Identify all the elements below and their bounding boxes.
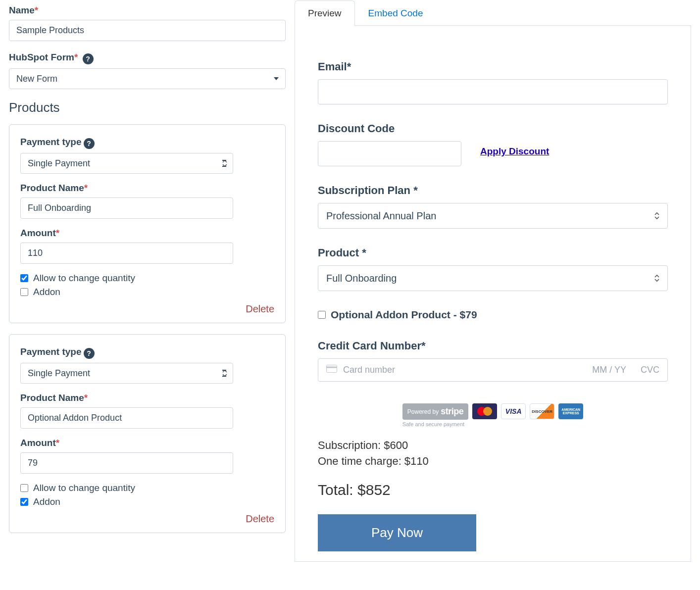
card-placeholder: Card number bbox=[343, 365, 395, 375]
product-name-input[interactable] bbox=[20, 407, 233, 429]
mastercard-icon bbox=[472, 403, 497, 419]
credit-card-label: Credit Card Number* bbox=[318, 340, 668, 352]
subscription-summary: Subscription: $600 bbox=[318, 439, 668, 452]
stripe-badge: Powered by stripe bbox=[402, 403, 468, 420]
tabs: Preview Embed Code bbox=[295, 0, 691, 26]
email-label: Email* bbox=[318, 60, 668, 73]
discount-label: Discount Code bbox=[318, 122, 668, 135]
delete-button[interactable]: Delete bbox=[20, 513, 274, 525]
visa-icon: VISA bbox=[501, 403, 526, 419]
amount-input[interactable] bbox=[20, 452, 233, 474]
delete-button[interactable]: Delete bbox=[20, 303, 274, 315]
product-card: Payment type? Single Payment Product Nam… bbox=[9, 124, 286, 323]
stripe-safe-text: Safe and secure payment bbox=[402, 421, 464, 427]
card-icon bbox=[326, 365, 337, 375]
preview-pane: Email* Discount Code Apply Discount Subs… bbox=[295, 26, 691, 562]
card-expiry-placeholder: MM / YY bbox=[592, 365, 626, 375]
product-select[interactable]: Full Onboarding bbox=[318, 265, 668, 291]
tab-preview[interactable]: Preview bbox=[295, 0, 355, 26]
card-input[interactable]: Card number MM / YY CVC bbox=[318, 358, 668, 382]
svg-rect-1 bbox=[327, 367, 337, 368]
amount-label: Amount* bbox=[20, 228, 274, 239]
payment-type-select[interactable]: Single Payment bbox=[20, 363, 233, 384]
product-card: Payment type? Single Payment Product Nam… bbox=[9, 334, 286, 533]
help-icon[interactable]: ? bbox=[84, 138, 95, 149]
card-cvc-placeholder: CVC bbox=[641, 365, 659, 375]
svg-rect-0 bbox=[327, 365, 337, 373]
payment-type-select[interactable]: Single Payment bbox=[20, 153, 233, 174]
addon-checkbox-row[interactable]: Addon bbox=[20, 496, 274, 507]
product-name-label: Product Name* bbox=[20, 393, 274, 403]
allow-quantity-checkbox-row[interactable]: Allow to change quantity bbox=[20, 483, 274, 493]
name-label: Name* bbox=[9, 5, 286, 16]
total-summary: Total: $852 bbox=[318, 482, 668, 498]
tab-embed-code[interactable]: Embed Code bbox=[355, 0, 437, 26]
allow-quantity-checkbox-row[interactable]: Allow to change quantity bbox=[20, 273, 274, 284]
email-input[interactable] bbox=[318, 79, 668, 104]
discover-icon: DISCOVER bbox=[530, 403, 554, 419]
subscription-plan-select[interactable]: Professional Annual Plan bbox=[318, 203, 668, 229]
amount-label: Amount* bbox=[20, 438, 274, 448]
payment-type-label: Payment type? bbox=[20, 137, 274, 149]
addon-checkbox-row[interactable]: Addon bbox=[20, 287, 274, 297]
product-name-label: Product Name* bbox=[20, 183, 274, 194]
product-name-input[interactable] bbox=[20, 197, 233, 219]
amount-input[interactable] bbox=[20, 243, 233, 264]
help-icon[interactable]: ? bbox=[84, 348, 95, 359]
payment-badges: Powered by stripe Safe and secure paymen… bbox=[318, 403, 668, 427]
help-icon[interactable]: ? bbox=[83, 53, 94, 64]
discount-input[interactable] bbox=[318, 141, 461, 166]
product-label: Product * bbox=[318, 246, 668, 259]
amex-icon: AMERICANEXPRESS bbox=[558, 403, 583, 419]
hubspot-form-label: HubSpot Form* ? bbox=[9, 52, 286, 64]
optional-addon-row[interactable]: Optional Addon Product - $79 bbox=[318, 309, 668, 321]
optional-addon-checkbox[interactable] bbox=[318, 311, 326, 319]
addon-checkbox[interactable] bbox=[20, 498, 28, 506]
allow-quantity-checkbox[interactable] bbox=[20, 484, 28, 492]
products-heading: Products bbox=[9, 100, 286, 115]
onetime-summary: One time charge: $110 bbox=[318, 455, 668, 468]
pay-now-button[interactable]: Pay Now bbox=[318, 514, 476, 551]
allow-quantity-checkbox[interactable] bbox=[20, 274, 28, 282]
name-input[interactable] bbox=[9, 20, 286, 41]
subscription-plan-label: Subscription Plan * bbox=[318, 184, 668, 197]
payment-type-label: Payment type? bbox=[20, 346, 274, 359]
apply-discount-link[interactable]: Apply Discount bbox=[480, 146, 549, 157]
addon-checkbox[interactable] bbox=[20, 288, 28, 296]
hubspot-form-select[interactable]: New Form bbox=[9, 68, 286, 89]
